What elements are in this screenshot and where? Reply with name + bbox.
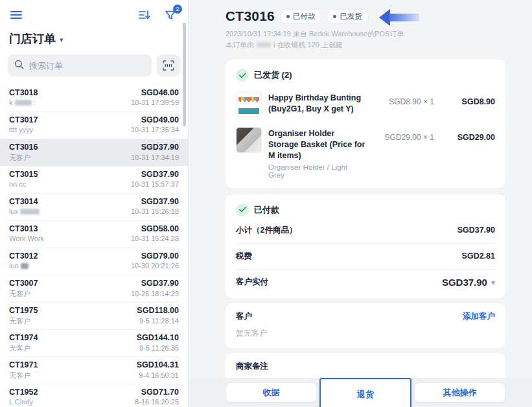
fulfillment-card: 已发货 (2) Happy Birthday Bunting (Buy2G1, … [226,60,505,188]
payment-card: 已付款 小计（2件商品） SGD37.90 税费 SGD2.81 客户实付 SG… [226,194,505,298]
menu-icon[interactable] [9,8,23,22]
orders-sidebar: 2 门店订单 ▾ CT3018SGD46.00 k:10-31 [0,0,189,407]
order-created-line: 2023/10/31 17:34:19 来自 Bedok Warehouse的P… [226,29,505,40]
filter-count-badge: 2 [173,5,182,14]
status-dot [286,15,290,18]
note-section-title: 商家备注 [236,361,268,372]
product-thumbnail [236,91,262,117]
receipt-button[interactable]: 收据 [226,382,317,402]
order-row-CT3017[interactable]: CT3017SGD49.00 tttt yyyy10-31 17:35:34 [0,111,188,139]
line-total: SGD29.00 [441,127,495,142]
payment-status-label: 已付款 [254,204,279,216]
search-input[interactable] [29,61,145,71]
barcode-scan-icon [163,60,174,71]
chevron-down-icon: ▾ [60,36,64,44]
order-row-CT3018[interactable]: CT3018SGD46.00 k:10-31 17:39:59 [0,84,188,111]
customer-section-title: 客户 [236,311,252,322]
annotation-arrow-icon [379,9,421,26]
search-icon [14,60,24,72]
filter-icon[interactable]: 2 [163,8,178,22]
fulfilled-status-badge: 已发货 [327,9,369,24]
chevron-down-icon: ▾ [491,278,495,287]
order-detail-panel: CT3016 已付款 已发货 2023/10/31 17:34:19 来自 Be… [189,0,532,407]
unit-price: SGD8.90 × 1 [372,91,434,106]
order-meta: 2023/10/31 17:34:19 来自 Bedok Warehouse的P… [226,29,505,51]
order-row-CT3016-selected[interactable]: CT3016SGD37.90 无客户10-31 17:34:19 [0,139,188,166]
order-list: CT3018SGD46.00 k:10-31 17:39:59 CT3017SG… [0,84,188,407]
order-row-CT3015[interactable]: CT3015SGD37.90 nn cc10-31 15:57:37 [0,166,188,193]
order-header: CT3016 已付款 已发货 2023/10/31 17:34:19 来自 Be… [226,0,505,51]
refund-button[interactable]: 退货 [319,378,412,407]
sidebar-scrollbar[interactable] [183,23,186,126]
sort-icon[interactable] [137,8,152,22]
order-row-CT1971[interactable]: CT1971SGD104.31 无客户9-4 16:50:31 [0,356,188,384]
pos-orders-app: 2 门店订单 ▾ CT3018SGD46.00 k:10-31 [0,0,532,407]
check-circle-icon [236,204,249,216]
product-variant: Organiser Holder / Light Grey [268,163,365,179]
order-row-CT3012[interactable]: CT3012SGD79.00 luo10-30 20:21:26 [0,248,188,275]
line-total: SGD8.90 [441,91,495,106]
more-actions-button[interactable]: 其他操作 [414,382,505,402]
fulfillment-status-label: 已发货 (2) [254,69,292,81]
add-customer-link[interactable]: 添加客户 [463,311,495,322]
barcode-scan-button[interactable] [157,54,180,76]
product-name: Happy Birthday Bunting (Buy2G1, Buy X ge… [268,93,365,115]
order-row-CT3013[interactable]: CT3013SGD58.00 Work Work10-31 15:24:28 [0,220,188,248]
redacted-text [21,263,29,269]
paid-status-badge: 已付款 [280,9,322,24]
tax-row: 税费 SGD2.81 [236,244,495,270]
product-thumbnail [236,127,262,153]
order-row-CT1975[interactable]: CT1975SGD118.00 无客户9-5 11:28:14 [0,302,188,329]
sidebar-toolbar: 2 [0,0,188,25]
check-circle-icon [236,69,249,82]
order-row-CT3007[interactable]: CT3007SGD37.90 无客户10-26 18:14:29 [0,275,188,302]
line-item: Organiser Holder Storage Basket (Price f… [236,127,495,179]
order-row-CT3014[interactable]: CT3014SGD37.90 lux10-31 15:26:18 [0,193,188,220]
order-id-title: CT3016 [226,8,275,24]
product-name: Organiser Holder Storage Basket (Price f… [268,128,365,161]
subtotal-row: 小计（2件商品） SGD37.90 [236,218,495,244]
unit-price: SGD29.00 × 1 [372,127,434,142]
status-dot [333,15,336,18]
order-row-CT1952[interactable]: CT1952SGD71.70 L Cindy8-16 16:20:25 [0,384,188,407]
customer-paid-row: 客户实付 SGD37.90 ▾ [236,270,495,289]
customer-empty-text: 暂无客户 [236,328,495,339]
customer-paid-toggle[interactable]: SGD37.90 ▾ [442,277,495,288]
redacted-text [15,100,32,106]
line-item: Happy Birthday Bunting (Buy2G1, Buy X ge… [236,91,495,117]
action-footer: 收据 退货 其他操作 [189,378,532,407]
order-creator-line: 本订单由i 在收银机 120 上创建 [226,40,505,51]
redacted-text [20,209,40,215]
customer-card: 客户 添加客户 暂无客户 [226,303,505,348]
order-row-CT1974[interactable]: CT1974SGD144.10 无客户9-5 11:26:35 [0,329,188,356]
redacted-text [257,42,271,47]
orders-list-title[interactable]: 门店订单 ▾ [0,25,188,54]
order-search [8,54,152,76]
